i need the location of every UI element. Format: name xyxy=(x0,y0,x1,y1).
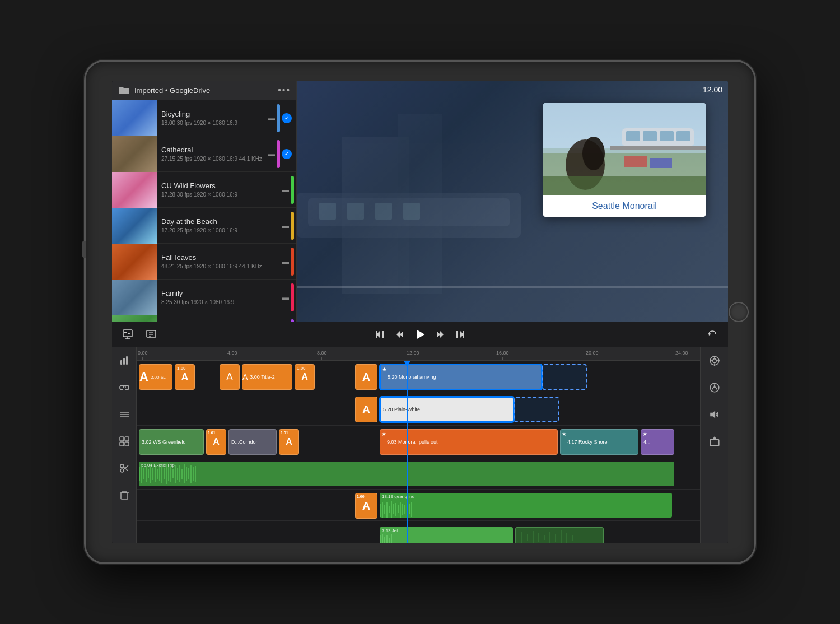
thumb-cathedral xyxy=(112,136,157,172)
svg-rect-8 xyxy=(403,203,420,220)
clip-info-button[interactable] xyxy=(141,324,161,344)
library-item[interactable]: Bicycling 18.00 30 fps 1920 × 1080 16:9 … xyxy=(112,100,296,136)
library-item[interactable]: Family 8.25 30 fps 1920 × 1080 16:9 ▬ xyxy=(112,280,296,315)
library-header: Imported • GoogleDrive ••• xyxy=(112,81,296,100)
fast-forward-button[interactable] xyxy=(430,324,450,344)
clip-plain-white[interactable]: 5.20 Plain-White xyxy=(380,397,514,422)
color-bar xyxy=(277,140,280,168)
library-item[interactable]: Day at the Beach 17.20 25 fps 1920 × 108… xyxy=(112,208,296,244)
lib-name: Bicycling xyxy=(161,110,264,118)
folder-icon xyxy=(118,85,130,95)
preview-title: Seattle Monorail xyxy=(543,195,706,217)
clip-small-3[interactable]: 1.01 A xyxy=(206,429,226,455)
svg-rect-74 xyxy=(161,465,162,483)
timeline-tracks[interactable]: A 2.00 Shapes-h A 1.00 A xyxy=(137,361,700,543)
skip-to-end-button[interactable] xyxy=(450,324,470,344)
ruler-label: 24.00 xyxy=(675,350,688,356)
svg-rect-93 xyxy=(386,502,388,518)
clip-small-2[interactable]: 1.00 A xyxy=(295,364,315,390)
svg-rect-108 xyxy=(386,535,388,543)
grid-button[interactable] xyxy=(115,432,133,450)
lib-name: Day at the Beach xyxy=(161,217,278,226)
clip-corridor[interactable]: D...Corridor xyxy=(228,429,277,455)
svg-rect-115 xyxy=(544,535,545,540)
clip-a-audio1[interactable]: 1.00 A xyxy=(355,493,377,519)
svg-rect-116 xyxy=(549,532,550,543)
preview-popup: Seattle Monorail xyxy=(543,103,706,217)
clip-a-blue2[interactable]: A xyxy=(355,397,377,422)
svg-rect-68 xyxy=(148,469,149,478)
film-icon: ▬ xyxy=(268,114,275,122)
speed-button[interactable] xyxy=(706,379,724,397)
clip-monorail-arriving[interactable]: ★ 5.20 Monorail arriving xyxy=(380,364,542,390)
clip-shapes-h[interactable]: A 2.00 Shapes-h xyxy=(139,364,172,390)
library-item[interactable]: CU Wild Flowers 17.28 30 fps 1920 × 1080… xyxy=(112,172,296,208)
clip-a-blue[interactable]: A xyxy=(355,364,377,390)
skip-to-start-button[interactable] xyxy=(370,324,390,344)
thumb-beach xyxy=(112,208,157,244)
video-preview-area: Seattle Monorail 12.00 xyxy=(297,81,728,322)
audio-levels-button[interactable] xyxy=(115,352,133,370)
svg-rect-97 xyxy=(395,503,396,516)
library-item[interactable]: Fall leaves 48.21 25 fps 1920 × 1080 16:… xyxy=(112,244,296,280)
timecode-display: 12.00 xyxy=(703,85,722,94)
more-button[interactable]: ••• xyxy=(278,85,291,95)
library-path: Imported • GoogleDrive xyxy=(134,86,273,95)
play-button[interactable] xyxy=(410,324,430,344)
clip-small-1[interactable]: A 1.00 xyxy=(175,364,195,390)
svg-marker-37 xyxy=(400,331,403,338)
clip-purple-end[interactable]: ★ 4... xyxy=(641,429,674,455)
svg-rect-87 xyxy=(190,465,192,483)
track-row-main-video: 3.02 WS Greenfield 1.01 A D...Corridor 1… xyxy=(137,426,700,458)
clip-ws-greenfield[interactable]: 3.02 WS Greenfield xyxy=(139,429,204,455)
library-panel: Imported • GoogleDrive ••• Bicycling 18.… xyxy=(112,81,297,322)
lib-info-fieldpan: Field of flowers pan xyxy=(157,315,282,322)
trim-button[interactable] xyxy=(115,406,133,423)
color-bar xyxy=(277,104,280,132)
undo-button[interactable] xyxy=(702,324,722,344)
svg-rect-26 xyxy=(128,333,130,334)
preview-thumbnail xyxy=(543,103,706,195)
svg-rect-52 xyxy=(125,437,129,441)
svg-rect-118 xyxy=(561,530,562,543)
svg-rect-21 xyxy=(650,158,672,168)
audio-gear-grind: 18.19 gear grind xyxy=(380,493,672,518)
clip-rocky-shore[interactable]: ★ 4.17 Rocky Shore xyxy=(560,429,638,455)
thumb-bicycling xyxy=(112,100,157,136)
svg-rect-64 xyxy=(139,467,140,481)
thumb-fallleaves xyxy=(112,244,157,280)
svg-point-13 xyxy=(582,137,605,170)
color-bar xyxy=(291,248,294,276)
svg-rect-130 xyxy=(710,440,719,446)
clip-title2[interactable]: A xyxy=(220,364,240,390)
link-button[interactable] xyxy=(115,379,133,397)
library-item[interactable]: Cathedral 27.15 25 fps 1920 × 1080 16:9 … xyxy=(112,136,296,172)
svg-rect-92 xyxy=(384,505,385,514)
settings-view-button[interactable] xyxy=(118,324,138,344)
svg-marker-129 xyxy=(710,411,715,418)
clip-title2b[interactable]: A 3.00 Title-2 xyxy=(242,364,292,390)
svg-rect-51 xyxy=(120,437,124,441)
svg-rect-6 xyxy=(347,203,364,220)
svg-rect-47 xyxy=(126,356,128,365)
library-item[interactable]: Field of flowers pan ▬ xyxy=(112,315,296,322)
clip-small-4[interactable]: 1.01 A xyxy=(279,429,299,455)
scissors-button[interactable] xyxy=(115,459,133,477)
svg-rect-34 xyxy=(376,331,377,338)
delete-button[interactable] xyxy=(115,486,133,504)
volume-button[interactable] xyxy=(706,406,724,423)
timeline-ruler: 0.00 4.00 8.00 12.00 16.00 20.00 24.00 xyxy=(137,347,700,361)
svg-point-122 xyxy=(712,359,716,363)
playhead[interactable] xyxy=(407,361,408,543)
audio-gear-label: 18.19 gear grind xyxy=(382,494,414,499)
ruler-label: 0.00 xyxy=(138,350,148,356)
rewind-button[interactable] xyxy=(390,324,410,344)
svg-rect-106 xyxy=(382,534,383,543)
svg-rect-18 xyxy=(676,131,690,141)
svg-marker-38 xyxy=(417,330,424,339)
lib-right: ▬ xyxy=(282,172,296,207)
svg-rect-25 xyxy=(128,332,131,332)
svg-rect-98 xyxy=(398,505,399,513)
share-button[interactable] xyxy=(706,432,724,450)
target-view-button[interactable] xyxy=(706,352,724,370)
